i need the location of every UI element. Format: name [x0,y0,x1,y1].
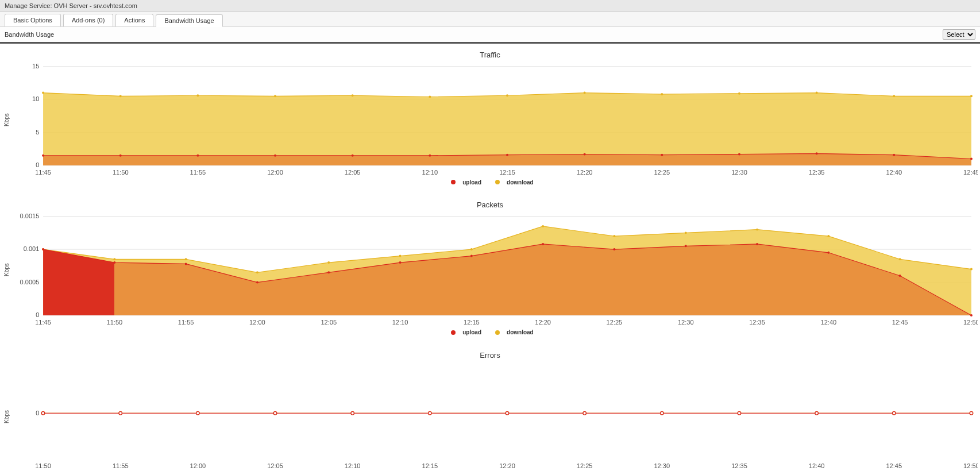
svg-point-63 [899,258,901,261]
svg-point-112 [119,411,122,415]
chart-plot-traffic[interactable]: 05101511:4511:5011:5512:0012:0512:1012:1… [13,63,978,177]
svg-point-11 [584,92,586,94]
svg-point-57 [470,249,473,251]
chart-packets: PacketsKbps00.00050.0010.001511:4511:501… [2,198,978,338]
svg-point-21 [352,155,354,157]
svg-point-17 [42,155,44,157]
svg-point-114 [273,411,277,415]
svg-text:12:10: 12:10 [392,319,408,326]
svg-text:12:45: 12:45 [886,462,902,469]
svg-text:0.0015: 0.0015 [20,213,40,219]
svg-text:12:20: 12:20 [535,319,551,326]
svg-text:11:55: 11:55 [113,462,129,469]
svg-text:11:45: 11:45 [35,169,51,176]
svg-text:12:30: 12:30 [654,462,670,469]
chart-traffic: TrafficKbps05101511:4511:5011:5512:0012:… [2,48,978,188]
svg-text:11:50: 11:50 [113,169,129,176]
svg-text:12:50: 12:50 [963,462,978,469]
chart-title-traffic: Traffic [2,48,978,63]
svg-text:12:00: 12:00 [190,462,206,469]
svg-text:5: 5 [36,129,39,136]
page-title: Manage Service: OVH Server - srv.ovhtest… [5,2,137,9]
svg-point-60 [685,232,687,234]
svg-point-56 [399,255,402,257]
svg-point-115 [351,411,354,415]
legend-download-dot-icon [495,180,500,184]
svg-point-19 [196,155,199,157]
svg-text:11:50: 11:50 [35,462,51,469]
legend-download[interactable]: download [491,329,534,335]
svg-text:0.001: 0.001 [24,246,40,253]
svg-point-27 [816,152,818,155]
svg-text:12:10: 12:10 [345,462,361,469]
svg-point-24 [584,153,586,156]
legend-download-dot-icon [495,330,500,335]
chart-plot-packets[interactable]: 00.00050.0010.001511:4511:5011:5512:0012… [13,213,978,327]
svg-text:11:50: 11:50 [107,319,123,326]
svg-point-111 [41,411,45,415]
legend-download[interactable]: download [491,179,534,186]
legend-upload-dot-icon [451,330,456,335]
svg-text:15: 15 [32,63,39,70]
svg-text:12:25: 12:25 [577,462,593,469]
svg-text:12:05: 12:05 [345,169,361,176]
svg-text:12:40: 12:40 [821,319,837,326]
svg-text:12:15: 12:15 [464,319,480,326]
svg-point-23 [506,154,508,156]
legend-upload-dot-icon [451,180,456,184]
svg-text:12:45: 12:45 [892,319,908,326]
svg-point-54 [256,272,258,274]
svg-text:0: 0 [36,161,39,168]
svg-point-62 [827,235,829,238]
svg-point-28 [893,154,895,156]
svg-point-74 [685,245,687,248]
svg-text:12:35: 12:35 [749,319,765,326]
svg-text:0: 0 [36,312,39,319]
svg-point-123 [970,411,973,415]
page-header-bar: Manage Service: OVH Server - srv.ovhtest… [0,0,980,12]
legend-upload[interactable]: upload [446,329,481,335]
svg-point-7 [274,95,276,97]
svg-point-4 [42,92,44,94]
svg-text:11:45: 11:45 [35,319,51,326]
svg-text:11:55: 11:55 [190,169,206,176]
svg-text:12:30: 12:30 [678,319,694,326]
svg-text:12:20: 12:20 [577,169,593,176]
svg-text:11:55: 11:55 [178,319,194,326]
svg-point-6 [196,94,199,96]
svg-point-113 [196,411,200,415]
svg-text:12:05: 12:05 [321,319,337,326]
svg-text:12:05: 12:05 [267,462,283,469]
svg-text:12:50: 12:50 [963,319,978,326]
svg-point-13 [738,92,740,95]
tab-actions[interactable]: Actions [115,14,153,26]
tab-basic-options[interactable]: Basic Options [5,14,61,26]
svg-point-14 [816,92,818,94]
chart-ylabel-errors: Kbps [2,363,13,471]
svg-point-15 [893,95,895,97]
chart-errors: ErrorsKbps011:5011:5512:0012:0512:1012:1… [2,349,978,471]
svg-point-68 [256,281,258,284]
svg-point-66 [113,262,115,264]
svg-point-53 [185,258,187,261]
svg-text:12:40: 12:40 [886,169,902,176]
svg-point-121 [815,411,819,415]
range-select[interactable]: Select [943,29,975,40]
tab-bandwidth-usage[interactable]: Bandwidth Usage [156,14,222,27]
legend-upload[interactable]: upload [446,179,481,186]
svg-point-12 [661,93,663,95]
svg-point-20 [274,155,276,157]
svg-text:12:25: 12:25 [607,319,623,326]
svg-point-120 [738,411,741,415]
chart-plot-errors[interactable]: 011:5011:5512:0012:0512:1012:1512:2012:2… [13,363,978,471]
chart-ylabel-packets: Kbps [2,213,13,327]
svg-point-59 [613,235,615,238]
chart-title-packets: Packets [2,198,978,213]
svg-text:0.0005: 0.0005 [20,279,40,285]
tab-addons[interactable]: Add-ons (0) [63,14,113,26]
svg-point-26 [738,153,740,156]
svg-text:12:35: 12:35 [731,462,747,469]
svg-point-25 [661,154,663,156]
svg-point-69 [327,272,330,274]
svg-point-71 [470,255,473,257]
